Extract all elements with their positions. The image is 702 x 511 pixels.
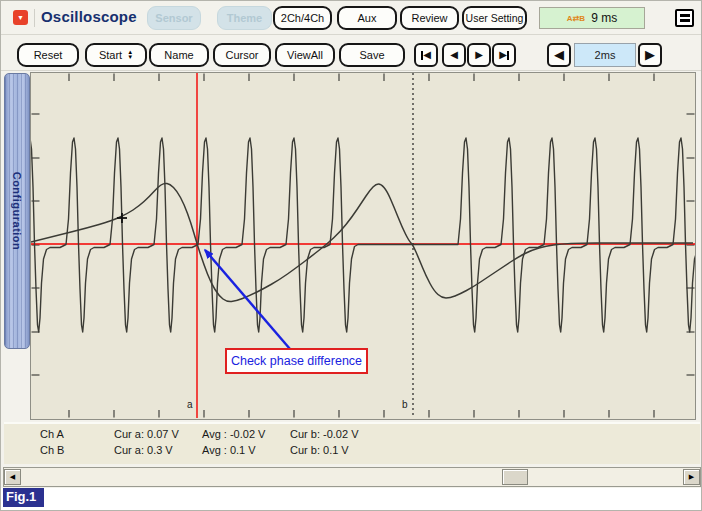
chB-avg: Avg : 0.1 V — [202, 444, 256, 456]
cursor-b-label: b — [402, 399, 408, 410]
menu-icon[interactable] — [675, 9, 694, 27]
last-record-button[interactable]: ▶ — [492, 43, 516, 67]
save-button[interactable]: Save — [339, 43, 405, 67]
sensor-button: Sensor — [147, 6, 201, 30]
next-triangle-icon: ▶ — [475, 50, 483, 60]
app-title: Oscilloscope — [41, 8, 137, 25]
review-button[interactable]: Review — [400, 6, 459, 30]
timebase-readout: 2ms — [574, 43, 636, 67]
measurement-panel: Ch A Cur a: 0.07 V Avg : -0.02 V Cur b: … — [4, 422, 700, 464]
scrollbar-thumb[interactable] — [502, 469, 528, 485]
chA-cur-a: Cur a: 0.07 V — [114, 428, 179, 440]
app-dropdown-icon[interactable]: ▼ — [13, 10, 28, 25]
prev-record-button[interactable]: ◀ — [442, 43, 466, 67]
chA-avg: Avg : -0.02 V — [202, 428, 265, 440]
scroll-left-icon[interactable]: ◀ — [4, 469, 21, 485]
prev-triangle-icon: ◀ — [450, 50, 458, 60]
viewall-label: ViewAll — [287, 49, 323, 61]
next-triangle-icon: ▶ — [645, 50, 655, 60]
chB-cur-a: Cur a: 0.3 V — [114, 444, 173, 456]
theme-button: Theme — [217, 6, 272, 30]
chB-label: Ch B — [40, 444, 64, 456]
start-spinner-icon[interactable]: ▲ ▼ — [127, 50, 133, 60]
reset-button[interactable]: Reset — [17, 43, 79, 67]
save-label: Save — [359, 49, 384, 61]
channel-mode-label: 2Ch/4Ch — [281, 12, 324, 24]
oscilloscope-window: ▼ Oscilloscope Sensor Theme 2Ch/4Ch Aux … — [0, 0, 702, 511]
prev-triangle-icon: ◀ — [423, 50, 431, 60]
timebase-increase-button[interactable]: ▶ — [638, 43, 662, 67]
delta-ab-icon: A⇄B — [567, 14, 585, 23]
name-label: Name — [164, 49, 193, 61]
reset-label: Reset — [34, 49, 63, 61]
delta-time-readout: A⇄B 9 ms — [539, 7, 645, 29]
annotation-text: Check phase difference — [231, 354, 362, 368]
toolbar-divider — [1, 34, 701, 35]
bottom-strip — [1, 488, 702, 511]
user-setting-button[interactable]: User Setting — [462, 6, 527, 30]
cursor-button[interactable]: Cursor — [213, 43, 271, 67]
title-separator — [34, 9, 35, 27]
cursor-label: Cursor — [225, 49, 258, 61]
aux-label: Aux — [358, 12, 377, 24]
theme-label: Theme — [227, 12, 262, 24]
horizontal-scrollbar[interactable]: ◀ ▶ — [3, 467, 701, 487]
configuration-tab-label: Configuration — [11, 172, 23, 251]
next-triangle-icon: ▶ — [499, 50, 507, 60]
sidebar-tab-configuration[interactable]: Configuration — [4, 73, 30, 349]
user-setting-label: User Setting — [466, 12, 524, 24]
viewall-button[interactable]: ViewAll — [275, 43, 335, 67]
name-button[interactable]: Name — [149, 43, 209, 67]
menu-bar — [680, 19, 690, 22]
chA-cur-b: Cur b: -0.02 V — [290, 428, 358, 440]
annotation-callout: Check phase difference — [225, 348, 368, 374]
start-label: Start — [99, 49, 122, 61]
scroll-right-icon[interactable]: ▶ — [683, 469, 700, 485]
cursor-a-label: a — [187, 399, 193, 410]
spinner-down-icon: ▼ — [127, 55, 133, 60]
timebase-value: 2ms — [595, 49, 616, 61]
start-button[interactable]: Start ▲ ▼ — [85, 43, 147, 67]
menu-bar — [680, 14, 690, 17]
chB-cur-b: Cur b: 0.1 V — [290, 444, 349, 456]
figure-label: Fig.1 — [3, 488, 44, 507]
timebase-decrease-button[interactable]: ◀ — [547, 43, 571, 67]
first-record-button[interactable]: ◀ — [414, 43, 438, 67]
aux-button[interactable]: Aux — [337, 6, 397, 30]
last-bar-icon — [507, 51, 509, 60]
channel-mode-button[interactable]: 2Ch/4Ch — [273, 6, 332, 30]
delta-time-value: 9 ms — [591, 11, 617, 25]
plot-divider — [1, 70, 701, 71]
sensor-label: Sensor — [155, 12, 192, 24]
next-record-button[interactable]: ▶ — [467, 43, 491, 67]
chA-label: Ch A — [40, 428, 64, 440]
review-label: Review — [411, 12, 447, 24]
prev-triangle-icon: ◀ — [554, 50, 564, 60]
